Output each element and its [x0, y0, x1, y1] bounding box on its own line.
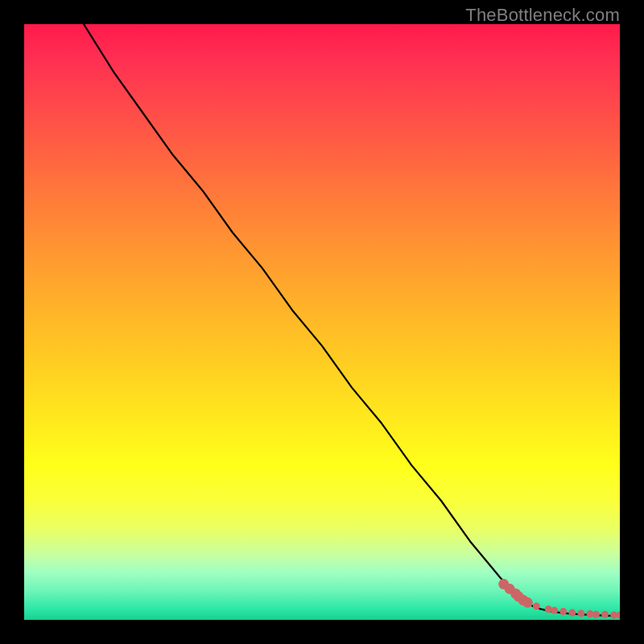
bottleneck-curve-path — [84, 24, 620, 616]
data-point — [601, 611, 609, 618]
chart-svg — [24, 24, 620, 620]
chart-frame: TheBottleneck.com — [0, 0, 644, 644]
data-point — [577, 609, 584, 617]
data-point — [533, 603, 540, 610]
watermark-label: TheBottleneck.com — [465, 5, 620, 26]
data-point — [592, 611, 600, 618]
data-point — [522, 597, 533, 608]
data-point — [545, 605, 552, 613]
data-point — [617, 612, 621, 619]
data-point — [559, 608, 567, 615]
data-point — [551, 607, 558, 614]
data-point — [568, 609, 576, 617]
